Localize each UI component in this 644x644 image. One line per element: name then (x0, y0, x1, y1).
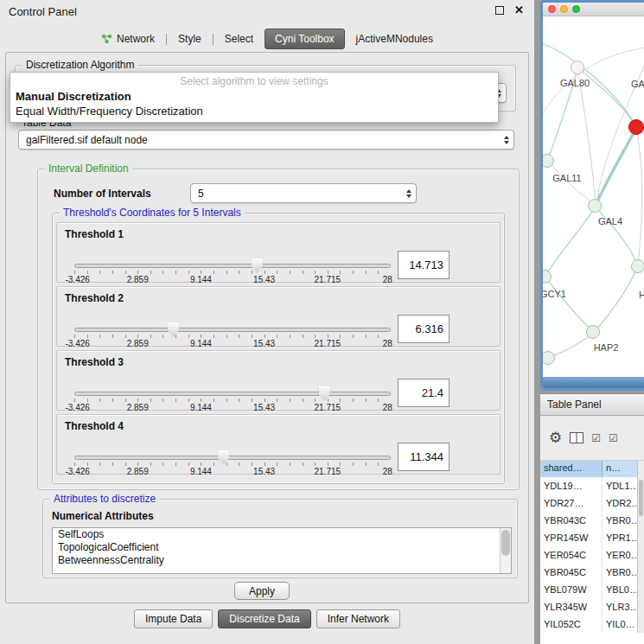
interval-definition-group: Interval Definition Number of Intervals … (37, 169, 520, 490)
slider-scale: -3.426 2.859 9.144 15.43 21.715 28 (74, 275, 391, 285)
group-title: Interval Definition (45, 163, 132, 175)
tick-label: 9.144 (190, 403, 212, 412)
tick-label: 2.859 (127, 275, 149, 284)
network-node-highlighted[interactable] (628, 119, 644, 135)
node-table: shared… n… YDL19…YDL1… YDR27…YDR2… YBR04… (540, 461, 644, 633)
network-node[interactable] (586, 325, 600, 339)
tab-discretize-data[interactable]: Discretize Data (218, 609, 310, 628)
table-cell: YIL052C (540, 615, 603, 633)
list-item[interactable]: BetweennessCentrality (53, 554, 511, 567)
network-node[interactable] (588, 199, 602, 213)
threshold-value: 6.316 (415, 322, 443, 335)
table-data-combobox[interactable]: galFiltered.sif default node (18, 130, 514, 150)
tab-network[interactable]: Network (94, 29, 162, 48)
table-scrollbar[interactable] (637, 461, 644, 633)
number-of-intervals-label: Number of Intervals (54, 188, 151, 200)
tick-label: 2.859 (127, 467, 149, 476)
tab-cyni-toolbox[interactable]: Cyni Toolbox (265, 29, 344, 49)
scrollbar-thumb[interactable] (639, 480, 643, 516)
network-view-window: GAL80 GA GAL11 GAL4 GCY1 H HAP2 (540, 0, 644, 391)
zoom-traffic-light-icon[interactable] (572, 5, 580, 13)
float-window-icon[interactable] (495, 6, 504, 15)
threshold-1-slider: -3.426 2.859 9.144 15.43 21.715 28 (74, 249, 391, 282)
list-item[interactable]: SelfLoops (53, 528, 511, 541)
apply-button[interactable]: Apply (234, 582, 290, 600)
dropdown-option-equal-width-frequency[interactable]: Equal Width/Frequency Discretization (10, 104, 498, 118)
table-row[interactable]: YBR045CYBR0… (540, 564, 644, 581)
list-item[interactable]: TopologicalCoefficient (53, 541, 511, 554)
tick-label: 21.715 (315, 275, 341, 284)
dropdown-option-manual-discretization[interactable]: Manual Discretization (10, 89, 498, 104)
table-row[interactable]: YBL079WYBL0… (540, 581, 644, 598)
network-node[interactable] (631, 259, 644, 273)
threshold-value-field[interactable]: 21.4 (398, 379, 450, 407)
threshold-label: Threshold 2 (65, 292, 124, 304)
tab-select[interactable]: Select (218, 29, 260, 48)
network-icon (101, 34, 112, 44)
slider-track[interactable] (74, 456, 391, 460)
slider-ticks (74, 335, 391, 338)
control-panel-window: Control Panel ✕ Network Style Select Cyn… (0, 0, 534, 644)
network-node-label: GAL11 (552, 173, 581, 183)
network-canvas[interactable]: GAL80 GA GAL11 GAL4 GCY1 H HAP2 (543, 16, 644, 377)
tick-label: 15.43 (253, 339, 275, 348)
threshold-value-field[interactable]: 6.316 (398, 315, 450, 343)
tab-label: jActiveMNodules (356, 33, 433, 45)
table-row[interactable]: YDL19…YDL1… (540, 477, 644, 494)
threshold-value: 11.344 (410, 450, 443, 463)
table-column-headers: shared… n… (540, 461, 644, 477)
combo-arrows-icon (401, 189, 416, 198)
table-row[interactable]: YLR345WYLR3… (540, 598, 644, 615)
network-node-label: GAL80 (560, 78, 590, 88)
tab-style[interactable]: Style (171, 29, 208, 48)
group-title: Attributes to discretize (50, 493, 159, 505)
select-all-columns-icon[interactable]: ☑ (591, 433, 601, 443)
tick-label: 28 (383, 275, 392, 284)
control-panel-titlebar: Control Panel ✕ (0, 0, 534, 22)
combobox-value: galFiltered.sif default node (19, 134, 499, 146)
tab-impute-data[interactable]: Impute Data (134, 609, 213, 628)
table-row[interactable]: YDR27…YDR2… (540, 494, 644, 512)
show-columns-icon[interactable] (570, 432, 583, 443)
tab-divider (213, 34, 214, 45)
slider-track[interactable] (74, 392, 391, 396)
network-node[interactable] (571, 61, 584, 74)
combobox-value: 5 (191, 188, 401, 200)
close-icon[interactable]: ✕ (514, 6, 524, 15)
column-header-shared-name[interactable]: shared… (540, 461, 603, 477)
table-row[interactable]: YPR145WYPR1… (540, 529, 644, 546)
tick-label: -3.426 (65, 339, 89, 348)
number-of-intervals-combobox[interactable]: 5 (190, 183, 417, 203)
tick-label: 9.144 (190, 339, 212, 348)
combo-arrows-icon (499, 136, 513, 144)
tick-label: -3.426 (65, 467, 89, 476)
threshold-4-slider: -3.426 2.859 9.144 15.43 21.715 28 (74, 441, 391, 474)
threshold-value-field[interactable]: 11.344 (398, 443, 450, 471)
table-row[interactable]: YIL052CYIL0… (540, 615, 644, 633)
minimize-traffic-light-icon[interactable] (560, 5, 568, 13)
slider-scale: -3.426 2.859 9.144 15.43 21.715 28 (74, 403, 391, 413)
slider-track[interactable] (74, 264, 391, 268)
table-row[interactable]: YER054CYER0… (540, 546, 644, 564)
control-panel-tab-bar: Network Style Select Cyni Toolbox jActiv… (0, 29, 534, 49)
list-scrollbar[interactable] (500, 528, 511, 573)
screen: Control Panel ✕ Network Style Select Cyn… (0, 0, 644, 644)
threshold-label: Threshold 3 (65, 356, 124, 368)
tab-jactivemnodules[interactable]: jActiveMNodules (349, 29, 440, 48)
gear-icon[interactable]: ⚙ (549, 430, 562, 445)
close-traffic-light-icon[interactable] (548, 5, 556, 13)
slider-track[interactable] (74, 328, 391, 332)
table-cell: YER054C (540, 546, 603, 564)
unselect-all-columns-icon[interactable]: ☑ (609, 433, 618, 443)
algorithm-dropdown-list: Select algorithm to view settings Manual… (10, 72, 499, 123)
table-cell: YLR345W (540, 598, 603, 615)
table-row[interactable]: YBR043CYBR0… (540, 512, 644, 529)
table-cell: YBR045C (540, 564, 603, 581)
network-node-label: GA (631, 79, 644, 89)
tab-infer-network[interactable]: Infer Network (316, 609, 400, 628)
network-node-label: GAL4 (598, 216, 622, 226)
scrollbar-thumb[interactable] (501, 530, 510, 556)
threshold-value-field[interactable]: 14.713 (398, 251, 450, 279)
network-window-titlebar (543, 3, 644, 16)
cyni-mode-tab-bar: Impute Data Discretize Data Infer Networ… (0, 609, 534, 628)
